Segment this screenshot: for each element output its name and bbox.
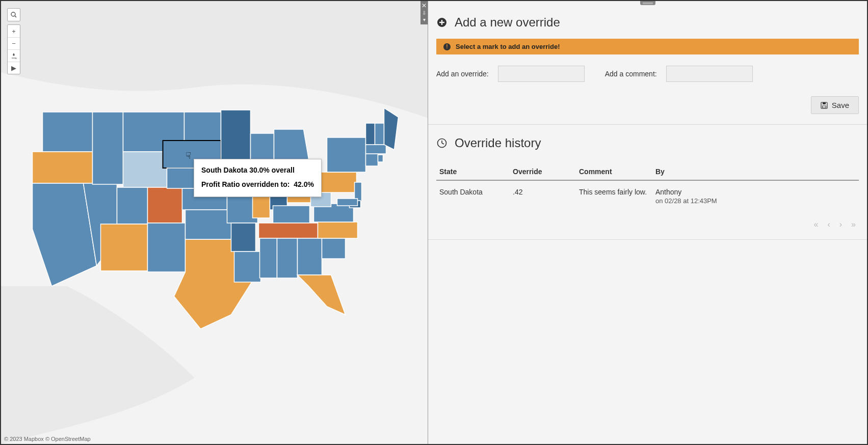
pager-next[interactable]: › bbox=[839, 220, 842, 229]
minus-icon: − bbox=[12, 40, 16, 47]
override-input[interactable] bbox=[498, 66, 585, 82]
history-row-override: .42 bbox=[513, 188, 579, 196]
history-col-state: State bbox=[436, 168, 513, 176]
comment-input-label: Add a comment: bbox=[605, 70, 657, 78]
map-tooltip: South Dakota 30.0% overall Profit Ratio … bbox=[194, 159, 322, 197]
map-search-button[interactable] bbox=[8, 9, 20, 21]
state-md[interactable] bbox=[337, 199, 358, 206]
svg-point-1 bbox=[11, 12, 15, 16]
alert-icon: ! bbox=[443, 43, 451, 50]
state-ms[interactable] bbox=[260, 238, 277, 278]
state-ny[interactable] bbox=[327, 137, 366, 172]
zoom-out-button[interactable]: − bbox=[8, 37, 20, 49]
history-header: Override history bbox=[436, 125, 859, 159]
map-panel: + − x ▶ ✕ ⇩ ▾ ☟ South Dakota 30.0% overa… bbox=[1, 1, 428, 444]
state-nm[interactable] bbox=[148, 223, 186, 272]
override-input-label: Add an override: bbox=[436, 70, 489, 78]
history-row[interactable]: South Dakota .42 This seems fairly low. … bbox=[436, 181, 859, 205]
panel-collapse-strip[interactable]: ✕ ⇩ ▾ bbox=[420, 1, 428, 24]
history-pager: « ‹ › » bbox=[436, 205, 859, 235]
history-title: Override history bbox=[455, 136, 541, 150]
state-mn[interactable] bbox=[221, 110, 251, 163]
history-row-by-name: Anthony bbox=[655, 188, 859, 196]
state-ct[interactable] bbox=[366, 154, 378, 166]
state-ma[interactable] bbox=[366, 145, 386, 154]
tooltip-overall-pct: 30.0% bbox=[249, 166, 270, 174]
save-icon bbox=[821, 102, 828, 109]
alert-banner: ! Select a mark to add an override! bbox=[436, 39, 859, 54]
side-panel: Add a new override ! Select a mark to ad… bbox=[428, 1, 867, 444]
state-nc[interactable] bbox=[318, 222, 358, 238]
svg-text:x: x bbox=[15, 57, 17, 60]
plus-icon: + bbox=[12, 27, 16, 35]
history-row-comment: This seems fairly low. bbox=[579, 188, 655, 196]
state-sc[interactable] bbox=[322, 238, 346, 259]
alert-text: Select a mark to add an override! bbox=[456, 43, 560, 50]
panel-drag-handle[interactable] bbox=[640, 1, 655, 5]
state-ga[interactable] bbox=[298, 238, 322, 275]
svg-rect-9 bbox=[823, 102, 826, 104]
history-col-override: Override bbox=[513, 168, 579, 176]
map-play-button[interactable]: ▶ bbox=[8, 62, 20, 74]
comment-input[interactable] bbox=[666, 66, 753, 82]
zoom-in-button[interactable]: + bbox=[8, 25, 20, 37]
pin-icon[interactable]: ⇩ bbox=[422, 10, 426, 16]
zoom-reset-button[interactable]: x bbox=[8, 49, 20, 62]
override-form-row: Add an override: Add a comment: bbox=[436, 54, 859, 82]
state-co[interactable] bbox=[148, 187, 182, 223]
save-button[interactable]: Save bbox=[811, 96, 859, 114]
state-az[interactable] bbox=[101, 224, 148, 271]
history-col-comment: Comment bbox=[579, 168, 655, 176]
state-tn[interactable] bbox=[259, 223, 318, 238]
tooltip-state: South Dakota bbox=[201, 166, 247, 174]
state-al[interactable] bbox=[277, 238, 298, 278]
state-id[interactable] bbox=[93, 112, 123, 184]
state-nd[interactable] bbox=[185, 112, 221, 141]
history-row-by-meta: on 02/28 at 12:43PM bbox=[655, 197, 859, 205]
state-la[interactable] bbox=[234, 252, 261, 282]
history-row-state: South Dakota bbox=[436, 188, 513, 196]
state-vt[interactable] bbox=[366, 123, 375, 145]
state-nh[interactable] bbox=[375, 123, 384, 145]
plus-circle-icon bbox=[436, 17, 448, 28]
play-icon: ▶ bbox=[11, 64, 16, 72]
save-button-label: Save bbox=[832, 101, 849, 109]
state-wa[interactable] bbox=[43, 112, 93, 152]
state-ar[interactable] bbox=[231, 223, 256, 252]
map-attribution: © 2023 Mapbox © OpenStreetMap bbox=[4, 436, 91, 442]
pin-reset-icon: x bbox=[10, 52, 17, 60]
close-icon[interactable]: ✕ bbox=[422, 2, 427, 9]
map-toolbar: + − x ▶ bbox=[7, 8, 20, 74]
clock-icon bbox=[436, 137, 448, 149]
pager-first[interactable]: « bbox=[814, 220, 819, 229]
pager-prev[interactable]: ‹ bbox=[827, 220, 830, 229]
svg-line-2 bbox=[15, 16, 16, 17]
state-wy[interactable] bbox=[123, 152, 167, 187]
state-ri[interactable] bbox=[378, 155, 383, 162]
pager-last[interactable]: » bbox=[851, 220, 856, 229]
state-ut[interactable] bbox=[117, 187, 148, 224]
svg-line-13 bbox=[442, 143, 444, 144]
svg-rect-10 bbox=[822, 106, 826, 108]
state-or[interactable] bbox=[33, 152, 93, 183]
chevron-down-icon[interactable]: ▾ bbox=[423, 17, 426, 22]
tooltip-overall-suffix: overall bbox=[272, 166, 295, 174]
history-table: State Override Comment By South Dakota .… bbox=[436, 168, 859, 205]
tooltip-override-pct: 42.0% bbox=[294, 180, 314, 188]
tooltip-override-prefix: Profit Ratio overridden to: bbox=[201, 180, 290, 188]
override-form-header: Add a new override bbox=[436, 1, 859, 39]
map-canvas[interactable] bbox=[1, 1, 428, 444]
search-icon bbox=[11, 12, 17, 18]
history-col-by: By bbox=[655, 168, 859, 176]
state-ky[interactable] bbox=[273, 206, 310, 223]
override-form-title: Add a new override bbox=[455, 15, 560, 30]
